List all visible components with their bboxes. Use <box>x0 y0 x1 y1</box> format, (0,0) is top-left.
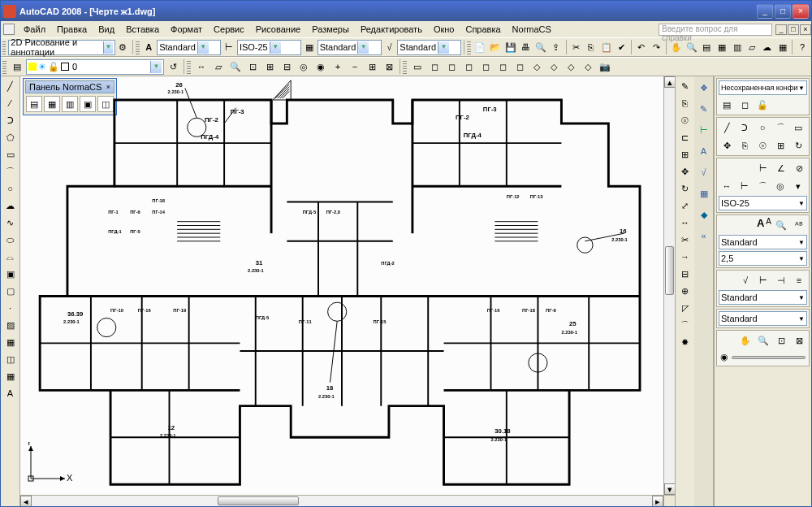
zoom-dyn-icon[interactable]: ⊞ <box>261 58 278 75</box>
undo-icon[interactable]: ↶ <box>634 39 649 55</box>
view-front-icon[interactable]: ◻ <box>495 58 511 75</box>
markup-icon[interactable]: ☁ <box>760 39 775 55</box>
dimstyle-panel-combo[interactable]: ISO-25 ▼ <box>719 196 807 210</box>
close-button[interactable]: × <box>793 4 809 19</box>
view-ne-icon[interactable]: ◇ <box>563 58 579 75</box>
tab-table-icon[interactable]: ▦ <box>696 185 712 202</box>
publish-icon[interactable]: ⇪ <box>549 39 564 55</box>
zoom-center-icon[interactable]: ◎ <box>296 58 312 75</box>
zoom-icon[interactable]: 🔍 <box>685 39 699 55</box>
layer-btn-1[interactable]: ▤ <box>719 97 735 113</box>
circle-icon[interactable]: ○ <box>2 180 19 197</box>
mirror-icon[interactable]: ⦾ <box>754 137 771 154</box>
chamfer-icon[interactable]: ◸ <box>677 300 693 316</box>
menu-format[interactable]: Формат <box>165 23 208 36</box>
menu-modify[interactable]: Редактировать <box>355 23 428 36</box>
pline-icon[interactable]: Ↄ <box>736 119 753 136</box>
mlstyle-icon[interactable]: √ <box>382 39 397 55</box>
dimstyle-icon[interactable]: ⊢ <box>222 39 236 55</box>
nav-pan-icon[interactable]: ✋ <box>737 332 754 349</box>
help-icon[interactable]: ? <box>795 39 810 55</box>
table-icon[interactable]: ▦ <box>2 368 19 384</box>
zoom-all-icon[interactable]: ⊞ <box>364 58 380 75</box>
workspace-combo[interactable]: 2D Рисование и аннотации ▼ <box>8 40 114 55</box>
layer-btn-2[interactable]: ◻ <box>736 97 753 113</box>
break-icon[interactable]: ⊟ <box>677 266 693 282</box>
rotate-icon[interactable]: ↻ <box>790 137 806 154</box>
rectangle-icon[interactable]: ▭ <box>790 119 806 136</box>
region-icon[interactable]: ◫ <box>2 351 19 367</box>
tablestyle-combo[interactable]: Standard ▼ <box>317 40 382 55</box>
chevron-down-icon[interactable]: ▼ <box>357 41 369 54</box>
view-left-icon[interactable]: ◻ <box>460 58 477 75</box>
tab-text-icon[interactable]: A <box>696 143 712 159</box>
save-icon[interactable]: 💾 <box>503 39 518 55</box>
ellipse-arc-icon[interactable]: ⌓ <box>2 249 19 265</box>
nav-point-icon[interactable]: ◉ <box>720 352 728 362</box>
erase-icon[interactable]: ✎ <box>677 78 693 94</box>
maximize-button[interactable]: □ <box>775 4 791 19</box>
scroll-up-icon[interactable]: ▴ <box>664 76 675 88</box>
multileader-combo[interactable]: Standard ▼ <box>719 290 807 305</box>
properties-icon[interactable]: ▤ <box>699 39 714 55</box>
textstyle-combo[interactable]: Standard ▼ <box>157 40 221 55</box>
join-icon[interactable]: ⊕ <box>677 283 693 299</box>
help-search-input[interactable]: Введите вопрос для справки <box>659 24 772 36</box>
menu-window[interactable]: Окно <box>428 23 460 36</box>
camera-icon[interactable]: 📷 <box>597 58 613 75</box>
copy-icon[interactable]: ⎘ <box>584 39 598 55</box>
designcenter-icon[interactable]: ▦ <box>715 39 729 55</box>
ml-3[interactable]: ⊣ <box>773 272 789 288</box>
line-icon[interactable]: ╱ <box>2 78 19 94</box>
zoom-rt-icon[interactable]: 🔍 <box>227 58 244 75</box>
nav-zoom-icon[interactable]: 🔍 <box>755 332 771 349</box>
toolbar-grip[interactable] <box>2 40 6 54</box>
dim-ang-icon[interactable]: ∠ <box>773 160 789 176</box>
view-nw-icon[interactable]: ◇ <box>580 58 596 75</box>
polygon-icon[interactable]: ⬠ <box>2 129 19 145</box>
scroll-thumb[interactable] <box>665 246 674 295</box>
pan-icon[interactable]: ✋ <box>669 39 684 55</box>
chevron-down-icon[interactable]: ▼ <box>798 255 805 262</box>
rectangle-icon[interactable]: ▭ <box>2 146 19 162</box>
layer-prev-icon[interactable]: ↺ <box>165 58 181 75</box>
text-small-a[interactable]: A <box>766 217 771 233</box>
paste-icon[interactable]: 📋 <box>599 39 614 55</box>
new-icon[interactable]: 📄 <box>473 39 488 55</box>
doc-minimize-button[interactable]: _ <box>775 24 787 35</box>
toolbar-grip[interactable] <box>403 59 407 74</box>
explode-icon[interactable]: ✸ <box>677 334 693 350</box>
zoom-ext-icon[interactable]: ⊠ <box>381 58 397 75</box>
menu-normacs[interactable]: NormaCS <box>507 23 557 36</box>
make-block-icon[interactable]: ▢ <box>2 283 19 299</box>
offset-icon[interactable]: ⊏ <box>677 129 693 145</box>
zoom-win-icon[interactable]: ⊡ <box>244 58 261 75</box>
ellipse-icon[interactable]: ⬭ <box>2 232 19 248</box>
preview-icon[interactable]: 🔍 <box>533 39 548 55</box>
sheetset-icon[interactable]: ▱ <box>745 39 759 55</box>
ml-2[interactable]: ⊢ <box>755 272 771 288</box>
tablestyle-icon[interactable]: ▦ <box>302 39 317 55</box>
hatch-icon[interactable]: ▨ <box>2 317 19 333</box>
trim-icon[interactable]: ✂ <box>677 232 693 248</box>
menu-view[interactable]: Вид <box>93 23 120 36</box>
text-find-icon[interactable]: 🔍 <box>773 217 789 233</box>
tab-draw-icon[interactable]: ✎ <box>696 101 712 117</box>
dim-4[interactable]: ◎ <box>772 178 788 194</box>
zoom-out-icon[interactable]: − <box>347 58 363 75</box>
menu-edit[interactable]: Правка <box>51 23 93 36</box>
scroll-left-icon[interactable]: ◂ <box>20 496 32 506</box>
chevron-down-icon[interactable]: ▼ <box>798 200 805 207</box>
view-se-icon[interactable]: ◇ <box>546 58 562 75</box>
menu-file[interactable]: Файл <box>18 23 51 36</box>
nav-slider[interactable] <box>732 356 806 359</box>
view-right-icon[interactable]: ◻ <box>477 58 494 75</box>
chevron-down-icon[interactable]: ▼ <box>798 239 805 246</box>
tab-dim-icon[interactable]: ⊢ <box>696 122 712 138</box>
doc-restore-button[interactable]: □ <box>788 24 799 35</box>
toolbar-grip[interactable] <box>2 59 6 74</box>
fillet-icon[interactable]: ⌒ <box>677 317 693 333</box>
workspace-settings-icon[interactable]: ⚙ <box>116 39 131 55</box>
named-views-icon[interactable]: ▭ <box>409 58 425 75</box>
chevron-down-icon[interactable]: ▼ <box>798 84 805 92</box>
